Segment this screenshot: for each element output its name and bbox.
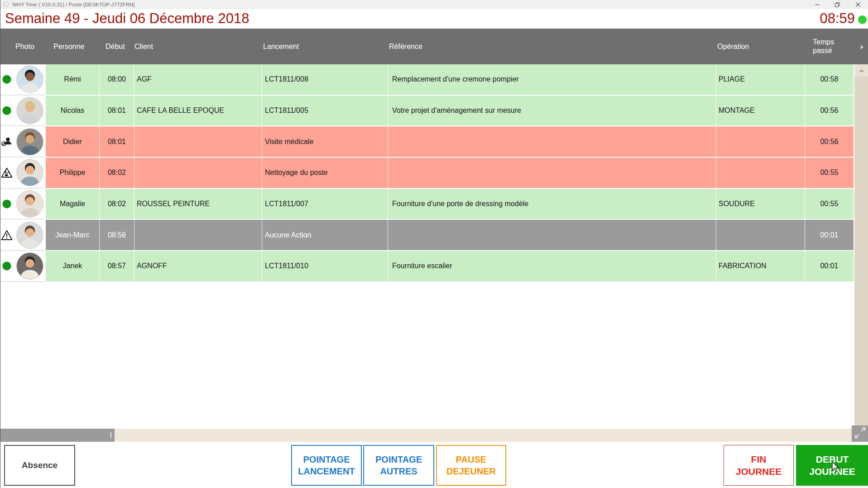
restore-icon (835, 2, 840, 7)
pointage-autres-button[interactable]: POINTAGE AUTRES (363, 445, 434, 486)
reference-cell: Remplacement d'une cremone pompier (388, 64, 716, 95)
avatar (16, 159, 43, 186)
footer: Absence POINTAGE LANCEMENT POINTAGE AUTR… (0, 442, 868, 488)
maximize-button[interactable] (827, 0, 848, 9)
table-row[interactable]: Philippe 08:02 Nettoyage du poste 00:55 (0, 158, 854, 189)
pointage-lancement-button[interactable]: POINTAGE LANCEMENT (291, 445, 362, 486)
photo-cell (13, 96, 46, 126)
green-dot-icon (1, 73, 13, 85)
column-header-client: Client (134, 29, 153, 64)
clock: 08:59 (820, 10, 855, 27)
operation-cell: SOUDURE (716, 189, 805, 219)
avatar (16, 252, 43, 280)
topbar: Semaine 49 - Jeudi 06 Décembre 2018 08:5… (0, 9, 868, 29)
clock-status-dot (858, 15, 867, 24)
close-button[interactable] (848, 0, 868, 9)
pause-dejeuner-button[interactable]: PAUSE DEJEUNER (436, 445, 506, 486)
photo-cell (13, 220, 46, 250)
table-row[interactable]: Rémi 08:00 AGF LCT1811/008 Remplacement … (0, 64, 854, 96)
app-icon (4, 2, 9, 7)
resize-corner[interactable] (852, 425, 868, 442)
operation-cell: MONTAGE (716, 96, 805, 126)
operation-cell: PLIAGE (716, 64, 805, 95)
person-name: Nicolas (46, 96, 99, 126)
photo-cell (13, 251, 46, 281)
lancement-cell: Aucune Action (262, 220, 388, 250)
photo-cell (13, 64, 46, 95)
person-name: Magalie (46, 189, 99, 219)
table-body: Rémi 08:00 AGF LCT1811/008 Remplacement … (0, 64, 854, 282)
operation-cell: FABRICATION (716, 251, 805, 281)
person-name: Rémi (46, 64, 99, 95)
minimize-button[interactable] (807, 0, 827, 9)
photo-cell (13, 189, 46, 219)
status-icon-cell (0, 220, 13, 250)
horizontal-scrollbar[interactable] (0, 429, 852, 442)
scroll-up-button[interactable] (854, 64, 868, 77)
table-row[interactable]: Janek 08:57 AGNOFF LCT1811/010 Fournitur… (0, 251, 854, 282)
avatar (16, 222, 43, 249)
app-window: WHY Time ( V15.0.31) / Poste [DESKTOP-J7… (0, 0, 868, 488)
client-cell (134, 126, 262, 157)
header-scroll-right-icon (861, 45, 863, 49)
table-header: Photo Personne Début Client Lancement Ré… (0, 29, 868, 64)
close-icon (856, 2, 860, 7)
column-header-operation: Opération (717, 29, 749, 64)
person-absent-icon (1, 136, 13, 148)
column-header-personne: Personne (53, 29, 85, 64)
green-dot-icon (1, 198, 13, 210)
minimize-icon (815, 2, 820, 7)
client-cell: AGNOFF (134, 251, 262, 281)
start-time: 08:00 (99, 64, 134, 95)
titlebar: WHY Time ( V15.0.31) / Poste [DESKTOP-J7… (0, 0, 868, 9)
reference-cell (388, 220, 716, 250)
elapsed-cell: 00:55 (805, 158, 854, 188)
fin-journee-button[interactable]: FIN JOURNEE (724, 445, 794, 486)
start-time: 08:56 (99, 220, 134, 250)
page-title: Semaine 49 - Jeudi 06 Décembre 2018 (5, 10, 249, 27)
status-icon-cell (0, 189, 13, 219)
lancement-cell: LCT1811/010 (262, 251, 388, 281)
elapsed-cell: 00:01 (805, 251, 854, 281)
lancement-cell: LCT1811/007 (262, 189, 388, 219)
window-controls (807, 0, 868, 9)
person-name: Didier (46, 126, 99, 157)
horizontal-scrollbar-thumb[interactable] (0, 429, 115, 442)
window-title: WHY Time ( V15.0.31) / Poste [DESKTOP-J7… (12, 0, 135, 9)
operation-cell (716, 158, 805, 188)
lancement-cell: LCT1811/008 (262, 64, 388, 95)
status-icon-cell (0, 126, 13, 157)
roadworks-icon (1, 167, 13, 179)
elapsed-cell: 00:56 (805, 126, 854, 157)
avatar (16, 97, 43, 124)
scroll-up-icon (859, 69, 864, 72)
elapsed-cell: 00:55 (805, 189, 854, 219)
column-header-temps-passe: Temps passé (813, 29, 842, 64)
person-name: Jean-Marc (46, 220, 99, 250)
column-header-reference: Référence (389, 29, 422, 64)
reference-cell: Votre projet d'aménagement sur mesure (388, 96, 716, 126)
start-time: 08:57 (99, 251, 134, 281)
table-row[interactable]: Magalie 08:02 ROUSSEL PEINTURE LCT1811/0… (0, 189, 854, 220)
reference-cell (388, 126, 716, 157)
person-name: Janek (46, 251, 99, 281)
table-row[interactable]: Jean-Marc 08:56 Aucune Action 00:01 (0, 220, 854, 251)
table-row[interactable]: Didier 08:01 Visite médicale 00:56 (0, 126, 854, 158)
table-row[interactable]: Nicolas 08:01 CAFE LA BELLE EPOQUE LCT18… (0, 96, 854, 127)
client-cell: AGF (134, 64, 262, 95)
column-header-photo: Photo (15, 29, 34, 64)
avatar (16, 128, 43, 155)
absence-button[interactable]: Absence (4, 445, 75, 486)
reference-cell (388, 158, 716, 188)
client-cell (134, 220, 262, 250)
elapsed-cell: 00:01 (805, 220, 854, 250)
green-dot-icon (1, 260, 13, 272)
client-cell: CAFE LA BELLE EPOQUE (134, 96, 262, 126)
scrollbar-grip (110, 432, 111, 438)
reference-cell: Fourniture d'une porte de dressing modèl… (388, 189, 716, 219)
operation-cell (716, 220, 805, 250)
reference-cell: Fourniture escalier (388, 251, 716, 281)
status-icon-cell (0, 158, 13, 188)
debut-journee-button[interactable]: DEBUT JOURNEE (796, 445, 868, 486)
vertical-scrollbar[interactable] (854, 64, 868, 426)
